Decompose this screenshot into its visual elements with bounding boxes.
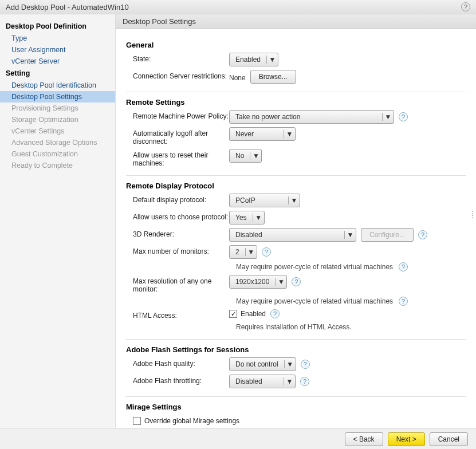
chevron-down-icon: ▼ (266, 56, 278, 64)
sidebar: Desktop Pool Definition Type User Assign… (0, 14, 116, 428)
power-policy-select[interactable]: Take no power action ▼ (229, 110, 394, 124)
checkbox-checked-icon: ✓ (229, 310, 237, 318)
auto-logoff-label: Automatically logoff after disconnect: (126, 127, 229, 145)
flash-quality-select[interactable]: Do not control ▼ (229, 357, 296, 371)
power-policy-label: Remote Machine Power Policy: (126, 110, 229, 120)
sidebar-item-desktop-pool-identification[interactable]: Desktop Pool Identification (0, 80, 115, 91)
content-header: Desktop Pool Settings (116, 14, 476, 29)
help-icon[interactable]: ? (461, 2, 470, 11)
help-icon[interactable]: ? (399, 112, 408, 121)
help-icon[interactable]: ? (262, 247, 271, 257)
window-title: Add Desktop Pool - AutomatedWin10 (6, 3, 129, 11)
sidebar-group-setting: Setting (0, 67, 115, 80)
html-access-checkbox[interactable]: ✓ Enabled (229, 310, 266, 318)
allow-reset-label: Allow users to reset their machines: (126, 149, 229, 167)
configure-button: Configure... (361, 228, 414, 242)
back-button[interactable]: < Back (345, 432, 383, 446)
help-icon[interactable]: ? (301, 360, 310, 369)
cancel-button[interactable]: Cancel (430, 432, 468, 446)
chevron-down-icon: ▼ (275, 278, 286, 286)
chevron-down-icon: ▼ (284, 360, 296, 368)
auto-logoff-select[interactable]: Never ▼ (229, 127, 296, 141)
help-icon[interactable]: ? (399, 262, 408, 271)
default-protocol-select[interactable]: PCoIP ▼ (229, 194, 300, 207)
monitors-note: May require power-cycle of related virtu… (236, 263, 393, 271)
conn-restrict-label: Connection Server restrictions: (126, 70, 229, 80)
browse-button[interactable]: Browse... (250, 70, 296, 84)
sidebar-item-vcenter-settings: vCenter Settings (0, 125, 115, 137)
chevron-down-icon: ▼ (344, 231, 356, 239)
sidebar-item-user-assignment[interactable]: User Assignment (0, 44, 115, 56)
titlebar: Add Desktop Pool - AutomatedWin10 ? (0, 0, 476, 14)
chevron-down-icon: ▼ (284, 130, 295, 138)
monitors-select[interactable]: 2 ▼ (229, 245, 257, 259)
mirage-override-checkbox[interactable]: Override global Mirage settings (133, 417, 239, 425)
sidebar-item-advanced-storage-options: Advanced Storage Options (0, 137, 115, 148)
default-protocol-label: Default display protocol: (126, 194, 229, 204)
chevron-down-icon: ▼ (245, 248, 257, 256)
sidebar-item-storage-optimization: Storage Optimization (0, 114, 115, 125)
state-label: State: (126, 53, 229, 63)
chevron-down-icon: ▼ (288, 196, 300, 204)
html-access-note: Requires installation of HTML Access. (236, 323, 466, 331)
sidebar-item-guest-customization: Guest Customization (0, 148, 115, 160)
allow-reset-select[interactable]: No ▼ (229, 149, 262, 163)
checkbox-unchecked-icon (133, 417, 141, 425)
html-access-label: HTML Access: (126, 309, 229, 320)
next-button[interactable]: Next > (388, 432, 425, 446)
resolution-select[interactable]: 1920x1200 ▼ (229, 275, 287, 289)
section-remote: Remote Settings (126, 92, 466, 107)
chevron-down-icon: ▼ (382, 113, 394, 121)
section-display: Remote Display Protocol (126, 175, 466, 190)
section-general: General (126, 41, 466, 49)
section-mirage: Mirage Settings (126, 396, 466, 411)
choose-protocol-select[interactable]: Yes ▼ (229, 211, 265, 224)
sidebar-item-ready-to-complete: Ready to Complete (0, 160, 115, 171)
section-flash: Adobe Flash Settings for Sessions (126, 339, 466, 354)
resolution-label: Max resolution of any one monitor: (126, 275, 229, 293)
flash-quality-label: Adobe Flash quality: (126, 357, 229, 368)
chevron-down-icon: ▼ (250, 152, 261, 160)
chevron-down-icon: ▼ (253, 214, 264, 222)
sidebar-item-provisioning-settings: Provisioning Settings (0, 103, 115, 114)
help-icon[interactable]: ? (292, 277, 301, 286)
resolution-note: May require power-cycle of related virtu… (236, 297, 393, 305)
renderer-select[interactable]: Disabled ▼ (229, 228, 356, 242)
help-icon[interactable]: ? (418, 230, 427, 239)
renderer-label: 3D Renderer: (126, 228, 229, 238)
resize-handle-icon[interactable]: ⋮⋮ (469, 213, 475, 216)
conn-restrict-value: None (229, 72, 246, 82)
content-pane: General State: Enabled ▼ Connection Serv… (116, 29, 476, 428)
help-icon[interactable]: ? (270, 309, 280, 318)
help-icon[interactable]: ? (399, 297, 408, 306)
sidebar-group-definition: Desktop Pool Definition (0, 20, 115, 33)
monitors-label: Max number of monitors: (126, 245, 229, 255)
sidebar-item-vcenter-server[interactable]: vCenter Server (0, 56, 115, 67)
help-icon[interactable]: ? (300, 377, 309, 386)
sidebar-item-type[interactable]: Type (0, 33, 115, 44)
footer: < Back Next > Cancel (0, 428, 476, 449)
flash-throttle-select[interactable]: Disabled ▼ (229, 375, 296, 388)
chevron-down-icon: ▼ (284, 377, 295, 385)
state-select[interactable]: Enabled ▼ (229, 53, 278, 66)
choose-protocol-label: Allow users to choose protocol: (126, 211, 229, 221)
flash-throttle-label: Adobe Flash throttling: (126, 375, 229, 385)
sidebar-item-desktop-pool-settings[interactable]: Desktop Pool Settings (0, 91, 115, 103)
